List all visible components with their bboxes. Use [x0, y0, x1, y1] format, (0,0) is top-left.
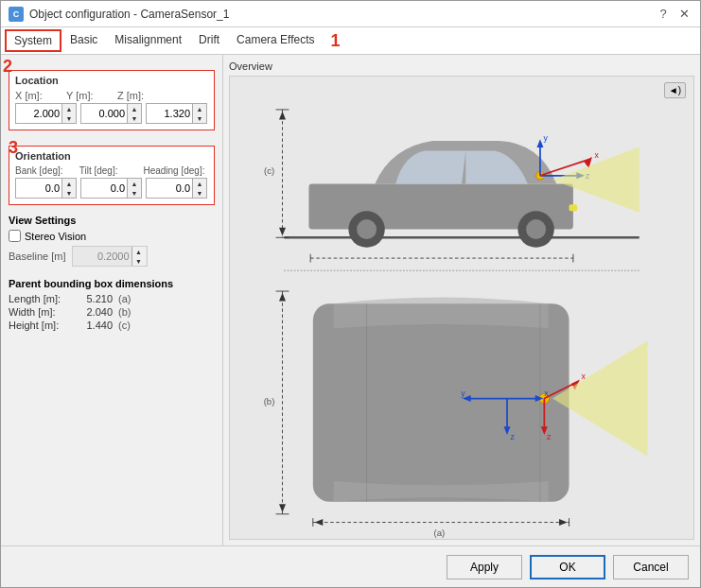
z-down[interactable]: ▼ [193, 113, 206, 123]
location-inputs: 2.000 ▲ ▼ 0.000 ▲ ▼ 1.32 [15, 103, 208, 124]
dim-row-height: Height [m]: 1.440 (c) [9, 320, 215, 331]
label-2: 2 [3, 57, 12, 77]
x-down[interactable]: ▼ [62, 113, 76, 123]
location-labels: X [m]: Y [m]: Z [m]: [15, 90, 208, 101]
menu-misalignment[interactable]: Misalignment [106, 29, 190, 52]
tilt-spinbox[interactable]: 0.0 ▲ ▼ [80, 178, 142, 199]
title-bar: C Object configuration - CameraSensor_1 … [1, 1, 700, 27]
y-input[interactable]: 0.000 [81, 106, 127, 121]
bank-input[interactable]: 0.0 [16, 181, 61, 196]
location-title: Location [15, 75, 208, 86]
tilt-down[interactable]: ▼ [128, 188, 141, 198]
width-label: Width [m]: [9, 306, 75, 318]
tilt-input[interactable]: 0.0 [81, 181, 127, 196]
tilt-label: Tilt [deg]: [79, 165, 140, 176]
y-spinbox[interactable]: 0.000 ▲ ▼ [80, 103, 142, 124]
overview-svg: (c) [230, 77, 693, 539]
y-down[interactable]: ▼ [128, 113, 141, 123]
stereo-vision-row: Stereo Vision [9, 230, 215, 242]
svg-marker-6 [279, 112, 286, 120]
baseline-label: Baseline [m] [9, 251, 66, 262]
x-up[interactable]: ▲ [62, 104, 76, 113]
svg-marker-60 [559, 519, 568, 526]
app-icon: C [9, 7, 24, 22]
help-button[interactable]: ? [655, 6, 672, 23]
z-spinbox[interactable]: 1.320 ▲ ▼ [146, 103, 207, 124]
bank-spinbox[interactable]: 0.0 ▲ ▼ [15, 178, 77, 199]
close-button[interactable]: ✕ [675, 6, 692, 23]
svg-text:z: z [511, 432, 516, 441]
height-value: 1.440 [75, 320, 113, 331]
bank-up[interactable]: ▲ [62, 179, 76, 188]
svg-point-12 [526, 219, 546, 239]
svg-marker-33 [279, 293, 286, 302]
ok-button[interactable]: OK [530, 555, 605, 579]
stereo-vision-checkbox[interactable] [9, 230, 21, 242]
cancel-button[interactable]: Cancel [613, 555, 689, 579]
width-value: 2.040 [75, 306, 113, 318]
tilt-up[interactable]: ▲ [128, 179, 141, 188]
svg-text:(b): (b) [264, 396, 275, 406]
x-input[interactable]: 2.000 [16, 106, 61, 121]
view-settings: View Settings Stereo Vision Baseline [m]… [9, 213, 215, 268]
heading-spinbox[interactable]: 0.0 ▲ ▼ [146, 178, 207, 199]
label-3: 3 [9, 138, 18, 157]
svg-text:(c): (c) [264, 165, 274, 176]
svg-rect-13 [570, 204, 578, 211]
menu-basic[interactable]: Basic [61, 29, 106, 52]
x-label: X [m]: [15, 90, 62, 101]
length-label: Length [m]: [9, 293, 75, 304]
svg-text:y: y [543, 133, 548, 143]
svg-rect-35 [313, 303, 570, 502]
svg-text:x: x [595, 150, 600, 160]
label-1: 1 [331, 31, 341, 51]
view-settings-title: View Settings [9, 215, 215, 226]
height-letter: (c) [118, 320, 131, 331]
window-title: Object configuration - CameraSensor_1 [29, 8, 229, 21]
stereo-vision-label: Stereo Vision [25, 231, 86, 242]
dim-row-width: Width [m]: 2.040 (b) [9, 306, 215, 318]
apply-button[interactable]: Apply [447, 555, 522, 579]
orientation-labels: Bank [deg]: Tilt [deg]: Heading [deg]: [15, 165, 208, 176]
content-area: 2 Location X [m]: Y [m]: Z [m]: 2.000 ▲ … [1, 55, 700, 545]
orientation-group: Orientation Bank [deg]: Tilt [deg]: Head… [9, 146, 215, 205]
menu-drift[interactable]: Drift [190, 29, 228, 52]
x-spinbox[interactable]: 2.000 ▲ ▼ [15, 103, 77, 124]
length-letter: (a) [118, 293, 131, 304]
bank-down[interactable]: ▼ [62, 188, 76, 198]
overview-canvas: ◄) (c) [229, 76, 694, 540]
y-label: Y [m]: [66, 90, 114, 101]
heading-up[interactable]: ▲ [193, 179, 206, 188]
baseline-down[interactable]: ▼ [132, 256, 146, 266]
svg-marker-16 [536, 139, 543, 147]
z-label: Z [m]: [117, 90, 165, 101]
z-up[interactable]: ▲ [193, 104, 206, 113]
orientation-title: Orientation [15, 150, 208, 162]
baseline-row: Baseline [m] 0.2000 ▲ ▼ [9, 246, 215, 267]
svg-point-10 [357, 219, 377, 239]
menu-bar: System Basic Misalignment Drift Camera E… [1, 27, 700, 55]
menu-system[interactable]: System [5, 29, 61, 52]
length-value: 5.210 [75, 293, 113, 304]
footer: Apply OK Cancel [1, 545, 700, 587]
baseline-up[interactable]: ▲ [132, 247, 146, 256]
svg-text:y: y [461, 389, 465, 398]
baseline-spinbox[interactable]: 0.2000 ▲ ▼ [72, 246, 148, 267]
overview-label: Overview [229, 61, 694, 72]
menu-camera-effects[interactable]: Camera Effects [228, 29, 323, 52]
y-up[interactable]: ▲ [128, 104, 141, 113]
width-letter: (b) [118, 306, 131, 318]
bank-label: Bank [deg]: [15, 165, 76, 176]
dim-row-length: Length [m]: 5.210 (a) [9, 293, 215, 304]
parent-title: Parent bounding box dimensions [9, 278, 215, 289]
height-label: Height [m]: [9, 320, 75, 331]
main-window: C Object configuration - CameraSensor_1 … [0, 0, 701, 588]
heading-input[interactable]: 0.0 [147, 181, 192, 196]
svg-marker-59 [315, 519, 324, 526]
heading-down[interactable]: ▼ [193, 188, 206, 198]
svg-marker-34 [279, 504, 286, 512]
baseline-input[interactable]: 0.2000 [73, 249, 131, 264]
sound-button[interactable]: ◄) [664, 82, 686, 98]
svg-marker-7 [279, 228, 286, 236]
z-input[interactable]: 1.320 [147, 106, 192, 121]
